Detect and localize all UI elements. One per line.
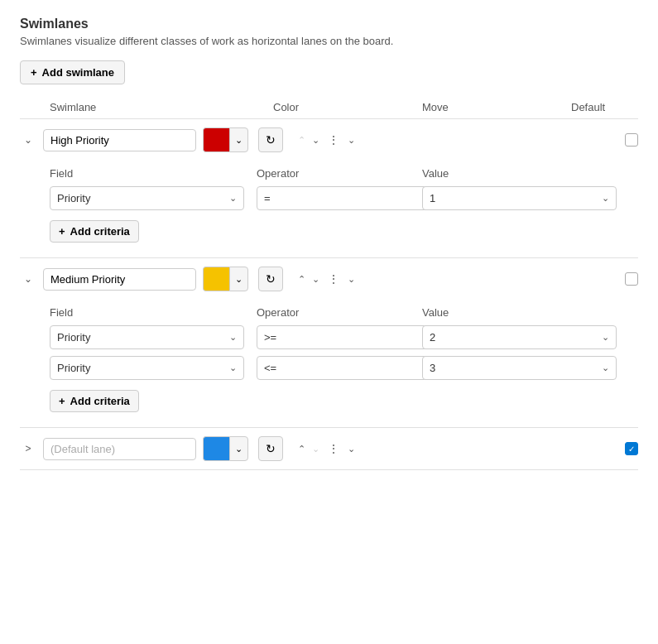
page-title: Swimlanes xyxy=(20,17,638,31)
color-col-header: Color xyxy=(273,101,422,113)
swimlane-col-header: Swimlane xyxy=(50,101,273,113)
value-select[interactable]: 2 ⌄ xyxy=(422,325,617,349)
chevron-down-icon: ⌄ xyxy=(229,332,237,343)
chevron-down-icon: ⌄ xyxy=(229,193,237,204)
move-up-button[interactable]: ⌃ xyxy=(296,133,307,147)
field-select[interactable]: Priority ⌄ xyxy=(50,186,244,210)
field-header: Field xyxy=(50,167,257,180)
criteria-row: Priority ⌄ <= ⌄ 3 ⌄ xyxy=(50,356,638,380)
value-header: Value xyxy=(422,167,588,180)
move-up-button[interactable]: ⌃ xyxy=(296,442,307,456)
color-swatch[interactable] xyxy=(203,127,229,152)
operator-header: Operator xyxy=(257,167,422,180)
move-down-button[interactable]: ⌄ xyxy=(310,272,321,286)
expand-button[interactable]: ⌄ xyxy=(346,272,357,286)
swimlane-name-input[interactable] xyxy=(43,268,196,291)
swimlane-collapse-button[interactable]: ⌄ xyxy=(20,134,36,146)
add-criteria-button[interactable]: + Add criteria xyxy=(50,390,139,412)
color-swatch[interactable] xyxy=(203,267,229,291)
criteria-row: Priority ⌄ = ⌄ 1 ⌄ xyxy=(50,186,638,210)
default-col-header: Default xyxy=(571,101,637,113)
refresh-button[interactable]: ↻ xyxy=(258,267,283,291)
more-options-button[interactable]: ⋮ xyxy=(324,440,343,457)
color-dropdown-button[interactable]: ⌄ xyxy=(229,436,248,461)
value-header: Value xyxy=(422,306,588,319)
color-dropdown-button[interactable]: ⌄ xyxy=(229,127,248,152)
color-dropdown-button[interactable]: ⌄ xyxy=(229,267,248,291)
refresh-button[interactable]: ↻ xyxy=(258,436,283,461)
move-down-button[interactable]: ⌄ xyxy=(310,442,321,456)
swimlane-medium-priority: ⌄ ⌄ ↻ ⌃ ⌄ ⋮ ⌄ Field Operator Value Prior… xyxy=(20,258,638,428)
default-checkbox[interactable] xyxy=(625,133,638,147)
swimlane-default-lane: > ⌄ ↻ ⌃ ⌄ ⋮ ⌄ ✓ xyxy=(20,428,638,470)
move-col-header: Move xyxy=(422,101,571,113)
move-down-button[interactable]: ⌄ xyxy=(310,133,321,147)
color-swatch[interactable] xyxy=(203,436,229,461)
swimlane-high-priority: ⌄ ⌄ ↻ ⌃ ⌄ ⋮ ⌄ Field Operator Value Prior… xyxy=(20,119,638,258)
plus-icon: + xyxy=(59,225,65,238)
chevron-down-icon: ⌄ xyxy=(602,193,609,204)
field-header: Field xyxy=(50,306,257,319)
page-subtitle: Swimlanes visualize different classes of… xyxy=(20,35,638,47)
default-checkbox[interactable] xyxy=(625,272,638,286)
swimlane-name-input[interactable] xyxy=(43,129,196,151)
default-checkbox-checked[interactable]: ✓ xyxy=(625,442,638,455)
chevron-down-icon: ⌄ xyxy=(602,363,609,373)
plus-icon: + xyxy=(31,66,37,79)
add-swimlane-button[interactable]: + Add swimlane xyxy=(20,60,125,84)
refresh-button[interactable]: ↻ xyxy=(258,127,283,152)
more-options-button[interactable]: ⋮ xyxy=(324,271,343,287)
swimlane-name-input[interactable] xyxy=(43,438,196,460)
add-criteria-button[interactable]: + Add criteria xyxy=(50,220,139,243)
chevron-down-icon: ⌄ xyxy=(229,363,237,373)
swimlane-collapse-button[interactable]: ⌄ xyxy=(20,273,36,285)
value-select[interactable]: 3 ⌄ xyxy=(422,356,617,380)
expand-button[interactable]: ⌄ xyxy=(346,442,357,456)
expand-button[interactable]: ⌄ xyxy=(346,133,357,147)
plus-icon: + xyxy=(59,395,65,407)
field-select[interactable]: Priority ⌄ xyxy=(50,356,244,380)
move-up-button[interactable]: ⌃ xyxy=(296,272,307,286)
swimlane-expand-button[interactable]: > xyxy=(20,443,36,454)
operator-header: Operator xyxy=(257,306,422,319)
criteria-row: Priority ⌄ >= ⌄ 2 ⌄ xyxy=(50,325,638,349)
value-select[interactable]: 1 ⌄ xyxy=(422,186,617,210)
chevron-down-icon: ⌄ xyxy=(602,332,609,343)
field-select[interactable]: Priority ⌄ xyxy=(50,325,244,349)
more-options-button[interactable]: ⋮ xyxy=(324,132,343,148)
